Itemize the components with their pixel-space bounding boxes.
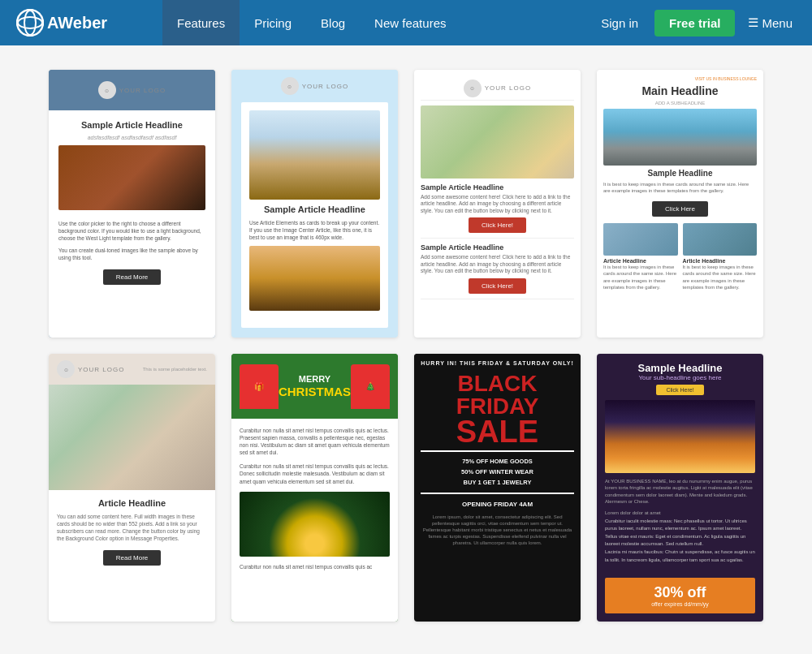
card4-article2-text: It is best to keep images in these cards…: [683, 264, 758, 291]
card5-read-more-button[interactable]: Read More: [103, 550, 162, 566]
card4-article2-image: [683, 223, 758, 256]
template-card-8[interactable]: Sample Headline Your sub-headline goes h…: [597, 354, 763, 622]
card2-image-bottom: [249, 246, 380, 311]
card8-hero-image: [605, 400, 755, 473]
nav-links: Features Pricing Blog New features: [162, 0, 578, 45]
card2-headline: Sample Article Headline: [249, 204, 380, 214]
template-card-5[interactable]: ⊙ YOUR LOGO This is some placeholder tex…: [49, 354, 215, 622]
card8-headline: Sample Headline: [605, 362, 755, 374]
nav-free-trial-button[interactable]: Free trial: [654, 10, 735, 37]
template-card-1[interactable]: ⊙ YOUR LOGO Sample Article Headline adsf…: [49, 70, 215, 338]
logo-icon: [16, 9, 44, 37]
card1-headline: Sample Article Headline: [58, 120, 205, 130]
card8-bullet3: Lacinia mi mauris faucibus: Chutn ut sus…: [605, 549, 755, 564]
card4-main-headline: Main Headline: [603, 84, 757, 97]
template-card-3[interactable]: ⊙ YOUR LOGO Sample Article Headline Add …: [414, 70, 581, 338]
nav-signin[interactable]: Sign in: [591, 16, 648, 30]
card6-christmas-text: CHRISTMAS: [279, 385, 351, 398]
card6-para2: Curabitur non nulla sit amet nisl tempus…: [240, 463, 390, 484]
card7-deal2: 50% OFF WINTER WEAR: [421, 467, 574, 478]
card7-deal3: BUY 1 GET 1 JEWELRY: [421, 478, 574, 488]
navbar: AWeber Features Pricing Blog New feature…: [0, 0, 812, 45]
card7-opening-text: OPENING FRIDAY 4AM: [414, 499, 581, 510]
card5-logo-icon: ⊙: [57, 360, 75, 378]
card3-logo-text: YOUR LOGO: [485, 84, 531, 92]
main-content: ⊙ YOUR LOGO Sample Article Headline adsf…: [0, 45, 812, 654]
card8-subheadline: Your sub-headline goes here: [605, 374, 755, 381]
card4-article1: Article Headline It is best to keep imag…: [603, 223, 678, 291]
card6-tree-image: [240, 492, 390, 557]
card2-header: ⊙ YOUR LOGO: [231, 70, 398, 102]
nav-new-features[interactable]: New features: [360, 0, 460, 45]
svg-point-1: [24, 11, 36, 35]
card2-logo-text: YOUR LOGO: [302, 83, 348, 90]
template-card-6[interactable]: 🎁 MERRY CHRISTMAS 🎄 Curabitur non nulla …: [231, 354, 398, 622]
card3-hero-image: [421, 105, 574, 179]
card4-hero-image: [603, 109, 757, 166]
template-card-4[interactable]: VISIT US IN BUSINESS LOUNGE Main Headlin…: [597, 70, 763, 338]
card1-subline: adsfasdfasdf asdfasdfasdf asdfasdf: [58, 135, 205, 140]
card1-logo-icon: ⊙: [98, 81, 116, 99]
card8-date-label: Lorem dolor dolor at amet: [605, 510, 755, 515]
card1-body-text2: You can create dual-toned images like th…: [58, 247, 205, 261]
logo: AWeber: [16, 9, 107, 37]
card4-article1-text: It is best to keep images in these cards…: [603, 264, 678, 291]
card6-footer-text: Curabitur non nulla sit amet nisl tempus…: [240, 563, 390, 570]
logo-area[interactable]: AWeber: [0, 0, 162, 45]
card2-inner: Sample Article Headline Use Article Elem…: [241, 102, 388, 328]
card3-logo-icon: ⊙: [464, 80, 482, 97]
card3-article2-btn[interactable]: Click Here!: [469, 278, 526, 294]
card7-header-text: HURRY IN! THIS FRIDAY & SATURDAY ONLY!: [414, 354, 581, 372]
card4-article1-title: Article Headline: [603, 258, 678, 264]
nav-menu-button[interactable]: ☰ Menu: [741, 15, 799, 30]
card7-deals: 75% OFF HOME GOODS 50% OFF WINTER WEAR B…: [414, 457, 581, 488]
card8-bullet1: Curabitur iaculit molestie mass: Nec pha…: [605, 518, 755, 533]
svg-point-2: [18, 17, 42, 28]
card2-image-top: [249, 110, 380, 200]
card5-headline: Article Headline: [57, 498, 207, 508]
card3-article1-btn[interactable]: Click Here!: [469, 217, 526, 233]
card8-cta-button[interactable]: Click Here!: [656, 385, 703, 395]
card3-article2-title: Sample Article Headline: [421, 243, 574, 252]
card1-body-text: Use the color picker to the right to cho…: [58, 220, 205, 242]
card8-discount-sub: offer expires dd/mm/yy: [611, 601, 749, 607]
card8-body-text: At YOUR BUSINESS NAME, leo at du nunummy…: [605, 478, 755, 506]
hamburger-icon: ☰: [748, 15, 758, 30]
card3-article1-title: Sample Article Headline: [421, 183, 574, 191]
nav-right: Sign in Free trial ☰ Menu: [578, 0, 812, 45]
card7-divider2: [421, 493, 574, 494]
card4-article2-title: Article Headline: [683, 258, 758, 264]
card4-btn[interactable]: Click Here: [652, 201, 708, 217]
card4-article2: Article Headline It is best to keep imag…: [683, 223, 758, 291]
card6-header: 🎁 MERRY CHRISTMAS 🎄: [231, 354, 398, 419]
card5-hero-image: [49, 385, 215, 490]
template-card-2[interactable]: ⊙ YOUR LOGO Sample Article Headline Use …: [231, 70, 398, 338]
card2-logo-icon: ⊙: [281, 77, 299, 95]
card4-article1-image: [603, 223, 678, 256]
card7-footer-text: Lorem ipsum, dolor sit amet, consectetur…: [414, 510, 581, 551]
card5-header: ⊙ YOUR LOGO This is some placeholder tex…: [49, 354, 215, 385]
card4-top-text: VISIT US IN BUSINESS LOUNGE: [603, 76, 757, 81]
card6-para1: Curabitur non nulla sit amet nisl tempus…: [240, 427, 390, 456]
card1-read-more-button[interactable]: Read More: [103, 269, 162, 285]
card1-image: [58, 145, 205, 210]
card1-body: Sample Article Headline adsfasdfasdf asd…: [49, 110, 215, 338]
card6-sweater-icon-2: 🎄: [351, 364, 390, 409]
card3-article2-text: Add some awesome content here! Click her…: [421, 254, 574, 274]
nav-features[interactable]: Features: [162, 0, 240, 45]
card5-body: Article Headline You can add some conten…: [49, 490, 215, 622]
card6-merry-text: MERRY: [279, 374, 351, 385]
card8-discount-percent: 30% off: [611, 584, 749, 601]
template-card-7[interactable]: HURRY IN! THIS FRIDAY & SATURDAY ONLY! B…: [414, 354, 581, 622]
nav-blog[interactable]: Blog: [306, 0, 360, 45]
card6-title-area: MERRY CHRISTMAS: [279, 374, 351, 398]
card7-divider1: [421, 450, 574, 452]
card5-logo-text: YOUR LOGO: [78, 366, 124, 373]
card4-sample-headline: Sample Headline: [603, 169, 757, 178]
card4-articles: Article Headline It is best to keep imag…: [603, 223, 757, 291]
card6-sweater-icon: 🎁: [240, 364, 279, 409]
card3-header: ⊙ YOUR LOGO: [421, 76, 574, 101]
card2-body-text: Use Article Elements as cards to break u…: [249, 219, 380, 241]
nav-pricing[interactable]: Pricing: [240, 0, 306, 45]
card7-black-friday-text: BLACK FRIDAY: [414, 372, 581, 418]
